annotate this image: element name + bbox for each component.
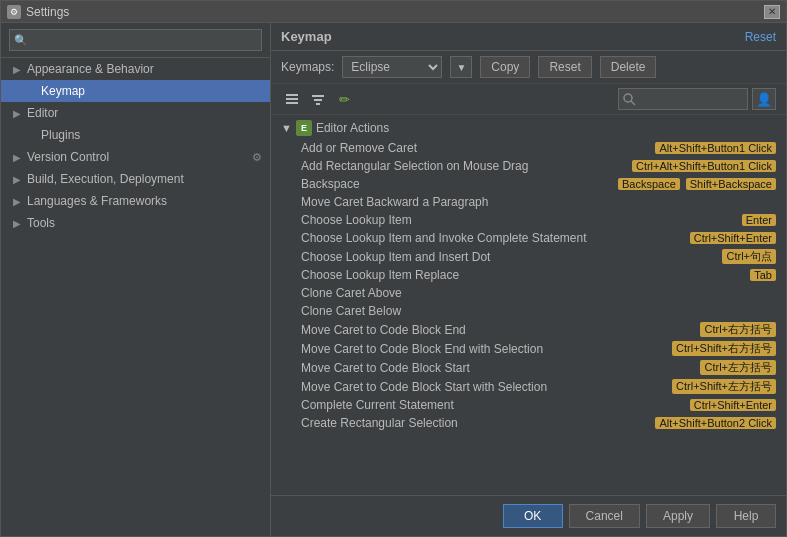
toolbar-search: 👤 [618, 88, 776, 110]
sidebar-item-keymap[interactable]: Keymap [1, 80, 270, 102]
section-arrow: ▼ [281, 122, 292, 134]
action-row[interactable]: Choose Lookup Item ReplaceTab [271, 266, 786, 284]
arrow-icon-languages: ▶ [13, 196, 23, 207]
sidebar-item-plugins[interactable]: Plugins [1, 124, 270, 146]
action-row[interactable]: Choose Lookup ItemEnter [271, 211, 786, 229]
toolbar-row: ✏ 👤 [271, 84, 786, 115]
apply-button[interactable]: Apply [646, 504, 710, 528]
sidebar-item-languages[interactable]: ▶ Languages & Frameworks [1, 190, 270, 212]
keymap-dropdown-arrow[interactable]: ▼ [450, 56, 472, 78]
actions-container: Add or Remove CaretAlt+Shift+Button1 Cli… [271, 139, 786, 432]
expand-icon [285, 92, 299, 106]
action-row[interactable]: Create Rectangular SelectionAlt+Shift+Bu… [271, 414, 786, 432]
shortcut-badge: Ctrl+左方括号 [700, 360, 776, 375]
toolbar-search-input[interactable] [618, 88, 748, 110]
action-row[interactable]: Move Caret to Code Block End with Select… [271, 339, 786, 358]
reset-link[interactable]: Reset [745, 30, 776, 44]
action-row[interactable]: Add Rectangular Selection on Mouse DragC… [271, 157, 786, 175]
edit-button[interactable]: ✏ [333, 88, 355, 110]
shortcuts-group: Ctrl+Alt+Shift+Button1 Click [628, 160, 776, 172]
svg-rect-0 [286, 94, 298, 96]
shortcut-badge: Backspace [618, 178, 680, 190]
collapse-icon [311, 92, 325, 106]
cancel-button[interactable]: Cancel [569, 504, 640, 528]
shortcut-badge: Ctrl+句点 [722, 249, 776, 264]
action-name: Choose Lookup Item and Invoke Complete S… [301, 231, 686, 245]
ok-button[interactable]: OK [503, 504, 563, 528]
shortcuts-group: Ctrl+句点 [718, 249, 776, 264]
action-name: Move Caret to Code Block Start [301, 361, 696, 375]
search-icon: 🔍 [14, 34, 28, 47]
action-name: Add or Remove Caret [301, 141, 651, 155]
svg-rect-5 [316, 103, 320, 105]
section-icon: E [296, 120, 312, 136]
svg-rect-4 [314, 99, 322, 101]
window-title: Settings [26, 5, 69, 19]
sidebar-item-editor[interactable]: ▶ Editor [1, 102, 270, 124]
settings-icon: ⚙ [7, 5, 21, 19]
shortcut-badge: Ctrl+Alt+Shift+Button1 Click [632, 160, 776, 172]
panel-title: Keymap [281, 29, 332, 44]
sidebar-search-input[interactable] [9, 29, 262, 51]
action-row[interactable]: Add or Remove CaretAlt+Shift+Button1 Cli… [271, 139, 786, 157]
sidebar-item-vcs[interactable]: ▶ Version Control ⚙ [1, 146, 270, 168]
action-row[interactable]: BackspaceBackspaceShift+Backspace [271, 175, 786, 193]
shortcuts-group: Ctrl+Shift+右方括号 [668, 341, 776, 356]
sidebar-item-label: Build, Execution, Deployment [27, 172, 184, 186]
arrow-icon-tools: ▶ [13, 218, 23, 229]
collapse-all-button[interactable] [307, 88, 329, 110]
arrow-icon-appearance: ▶ [13, 64, 23, 75]
action-name: Choose Lookup Item [301, 213, 738, 227]
help-button[interactable]: Help [716, 504, 776, 528]
shortcut-badge: Ctrl+Shift+Enter [690, 399, 776, 411]
action-name: Clone Caret Above [301, 286, 776, 300]
action-row[interactable]: Move Caret to Code Block Start with Sele… [271, 377, 786, 396]
svg-rect-2 [286, 102, 298, 104]
shortcut-badge: Ctrl+右方括号 [700, 322, 776, 337]
action-row[interactable]: Choose Lookup Item and Insert DotCtrl+句点 [271, 247, 786, 266]
shortcut-badge: Ctrl+Shift+左方括号 [672, 379, 776, 394]
title-bar: ⚙ Settings ✕ [1, 1, 786, 23]
action-row[interactable]: Move Caret to Code Block StartCtrl+左方括号 [271, 358, 786, 377]
reset-button[interactable]: Reset [538, 56, 591, 78]
sidebar-search-box: 🔍 [1, 23, 270, 58]
shortcuts-group: Ctrl+Shift+Enter [686, 232, 776, 244]
editor-actions-section[interactable]: ▼ E Editor Actions [271, 117, 786, 139]
action-name: Choose Lookup Item and Insert Dot [301, 250, 718, 264]
action-row[interactable]: Move Caret Backward a Paragraph [271, 193, 786, 211]
keymap-select[interactable]: Eclipse [342, 56, 442, 78]
action-row[interactable]: Clone Caret Above [271, 284, 786, 302]
arrow-icon-vcs: ▶ [13, 152, 23, 163]
action-name: Backspace [301, 177, 614, 191]
shortcuts-group: Enter [738, 214, 776, 226]
section-title: Editor Actions [316, 121, 389, 135]
shortcuts-group: Tab [746, 269, 776, 281]
sidebar-item-appearance[interactable]: ▶ Appearance & Behavior [1, 58, 270, 80]
action-row[interactable]: Complete Current StatementCtrl+Shift+Ent… [271, 396, 786, 414]
shortcut-badge: Ctrl+Shift+Enter [690, 232, 776, 244]
keymap-row: Keymaps: Eclipse ▼ Copy Reset Delete [271, 51, 786, 84]
action-row[interactable]: Move Caret to Code Block EndCtrl+右方括号 [271, 320, 786, 339]
close-button[interactable]: ✕ [764, 5, 780, 19]
vcs-badge: ⚙ [252, 151, 262, 164]
expand-all-button[interactable] [281, 88, 303, 110]
sidebar-item-tools[interactable]: ▶ Tools [1, 212, 270, 234]
settings-window: ⚙ Settings ✕ 🔍 ▶ Appearance & Behavior K… [0, 0, 787, 537]
sidebar-item-label: Tools [27, 216, 55, 230]
action-name: Move Caret to Code Block End with Select… [301, 342, 668, 356]
sidebar-item-build[interactable]: ▶ Build, Execution, Deployment [1, 168, 270, 190]
delete-button[interactable]: Delete [600, 56, 657, 78]
person-icon[interactable]: 👤 [752, 88, 776, 110]
copy-button[interactable]: Copy [480, 56, 530, 78]
shortcuts-group: Alt+Shift+Button1 Click [651, 142, 776, 154]
action-name: Move Caret Backward a Paragraph [301, 195, 776, 209]
sidebar-item-label: Editor [27, 106, 58, 120]
action-row[interactable]: Choose Lookup Item and Invoke Complete S… [271, 229, 786, 247]
shortcuts-group: Alt+Shift+Button2 Click [651, 417, 776, 429]
shortcuts-group: Ctrl+右方括号 [696, 322, 776, 337]
title-bar-left: ⚙ Settings [7, 5, 69, 19]
sidebar-item-label: Plugins [41, 128, 80, 142]
action-row[interactable]: Clone Caret Below [271, 302, 786, 320]
shortcut-badge: Ctrl+Shift+右方括号 [672, 341, 776, 356]
actions-list: ▼ E Editor Actions Add or Remove CaretAl… [271, 115, 786, 495]
